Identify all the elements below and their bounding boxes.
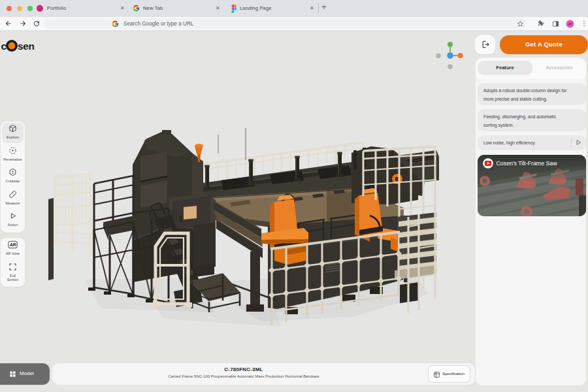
svg-text:AR: AR (10, 242, 16, 247)
svg-text:sen: sen (18, 41, 35, 52)
svg-text:Cosen's Tilt-Frame Saw: Cosen's Tilt-Frame Saw (497, 160, 558, 167)
